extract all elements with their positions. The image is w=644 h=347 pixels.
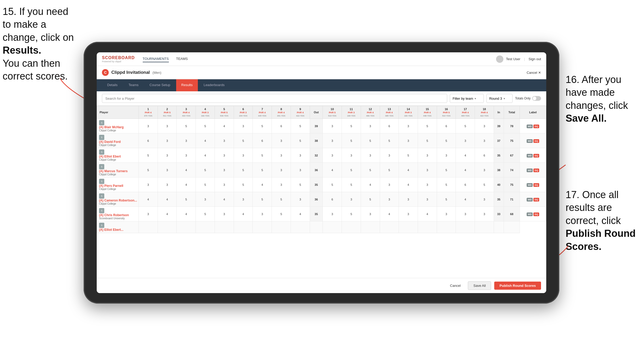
hole-3-score[interactable]: 5: [177, 192, 196, 207]
hole-5-score[interactable]: 3: [215, 207, 234, 221]
hole-1-score[interactable]: 4: [139, 192, 158, 207]
hole-9-score[interactable]: 3: [291, 163, 310, 177]
hole-3-score[interactable]: 3: [177, 148, 196, 163]
hole-12-score[interactable]: 5: [361, 192, 380, 207]
hole-4-score[interactable]: 4: [196, 148, 215, 163]
hole-8-score[interactable]: 3: [272, 163, 291, 177]
dq-label[interactable]: DQ: [533, 212, 539, 216]
hole-3-score[interactable]: 4: [177, 207, 196, 221]
tab-details[interactable]: Details: [102, 79, 123, 91]
hole-17-score[interactable]: 3: [456, 133, 475, 148]
hole-6-score[interactable]: 5: [234, 177, 253, 192]
hole-8-score[interactable]: 3: [272, 133, 291, 148]
hole-6-score[interactable]: 5: [234, 163, 253, 177]
hole-12-score[interactable]: 4: [361, 177, 380, 192]
hole-7-score[interactable]: 5: [253, 148, 272, 163]
hole-13-score[interactable]: 5: [380, 133, 399, 148]
round-dropdown[interactable]: Round 3 ▾: [486, 94, 513, 103]
hole-3-score[interactable]: 5: [177, 119, 196, 133]
hole-13-score[interactable]: 4: [380, 207, 399, 221]
hole-16-score[interactable]: 3: [437, 207, 456, 221]
hole-14-score[interactable]: 3: [399, 192, 418, 207]
hole-7-score[interactable]: 5: [253, 119, 272, 133]
sign-out-link[interactable]: Sign out: [528, 57, 541, 61]
hole-14-score[interactable]: 3: [399, 133, 418, 148]
hole-11-score[interactable]: 5: [342, 207, 361, 221]
dq-label[interactable]: DQ: [533, 139, 539, 143]
hole-8-score[interactable]: 3: [272, 177, 291, 192]
hole-10-score[interactable]: 3: [323, 119, 342, 133]
wd-label[interactable]: WD: [527, 198, 533, 202]
search-input[interactable]: [102, 94, 447, 103]
hole-8-score[interactable]: 5: [272, 207, 291, 221]
hole-11-score[interactable]: 5: [342, 163, 361, 177]
hole-15-score[interactable]: 3: [418, 177, 437, 192]
tab-leaderboards[interactable]: Leaderboards: [198, 79, 230, 91]
hole-1-score[interactable]: 6: [139, 133, 158, 148]
nav-link-tournaments[interactable]: TOURNAMENTS: [143, 56, 169, 62]
hole-6-score[interactable]: 3: [234, 148, 253, 163]
hole-14-score[interactable]: 3: [399, 119, 418, 133]
hole-9-score[interactable]: 3: [291, 192, 310, 207]
hole-6-score[interactable]: 3: [234, 192, 253, 207]
hole-10-score[interactable]: 6: [323, 192, 342, 207]
hole-14-score[interactable]: 4: [399, 163, 418, 177]
hole-16-score[interactable]: 6: [437, 119, 456, 133]
hole-2-score[interactable]: 4: [158, 207, 177, 221]
hole-16-score[interactable]: 5: [437, 163, 456, 177]
hole-5-score[interactable]: 4: [215, 119, 234, 133]
hole-15-score[interactable]: 5: [418, 119, 437, 133]
hole-12-score[interactable]: 5: [361, 163, 380, 177]
hole-18-score[interactable]: 3: [475, 133, 494, 148]
hole-2-score[interactable]: 4: [158, 192, 177, 207]
hole-13-score[interactable]: 3: [380, 148, 399, 163]
wd-label[interactable]: WD: [527, 154, 533, 158]
hole-2-score[interactable]: 3: [158, 119, 177, 133]
hole-8-score[interactable]: 5: [272, 192, 291, 207]
hole-1-score[interactable]: 5: [139, 163, 158, 177]
hole-13-score[interactable]: 6: [380, 119, 399, 133]
wd-label[interactable]: WD: [527, 125, 533, 128]
hole-16-score[interactable]: 3: [437, 148, 456, 163]
hole-11-score[interactable]: 3: [342, 148, 361, 163]
hole-10-score[interactable]: 3: [323, 207, 342, 221]
hole-6-score[interactable]: 3: [234, 119, 253, 133]
hole-4-score[interactable]: 5: [196, 207, 215, 221]
hole-15-score[interactable]: 3: [418, 192, 437, 207]
hole-10-score[interactable]: 5: [323, 177, 342, 192]
hole-13-score[interactable]: 5: [380, 163, 399, 177]
hole-7-score[interactable]: 4: [253, 177, 272, 192]
wd-label[interactable]: WD: [527, 139, 533, 143]
hole-7-score[interactable]: 5: [253, 163, 272, 177]
hole-4-score[interactable]: 4: [196, 133, 215, 148]
hole-9-score[interactable]: 3: [291, 148, 310, 163]
hole-3-score[interactable]: 4: [177, 163, 196, 177]
hole-12-score[interactable]: 3: [361, 148, 380, 163]
hole-18-score[interactable]: 3: [475, 192, 494, 207]
hole-18-score[interactable]: 3: [475, 119, 494, 133]
publish-round-scores-button[interactable]: Publish Round Scores: [494, 282, 541, 290]
hole-11-score[interactable]: 5: [342, 133, 361, 148]
hole-15-score[interactable]: 4: [418, 207, 437, 221]
hole-11-score[interactable]: 3: [342, 192, 361, 207]
wd-label[interactable]: WD: [527, 169, 533, 172]
hole-5-score[interactable]: 3: [215, 148, 234, 163]
hole-7-score[interactable]: 3: [253, 207, 272, 221]
hole-5-score[interactable]: 3: [215, 133, 234, 148]
hole-6-score[interactable]: 5: [234, 133, 253, 148]
hole-2-score[interactable]: 3: [158, 148, 177, 163]
hole-12-score[interactable]: 3: [361, 119, 380, 133]
hole-5-score[interactable]: 3: [215, 177, 234, 192]
hole-11-score[interactable]: 5: [342, 119, 361, 133]
hole-17-score[interactable]: 6: [456, 177, 475, 192]
hole-1-score[interactable]: 3: [139, 177, 158, 192]
hole-13-score[interactable]: 3: [380, 192, 399, 207]
hole-7-score[interactable]: 5: [253, 192, 272, 207]
hole-10-score[interactable]: 3: [323, 148, 342, 163]
hole-1-score[interactable]: 5: [139, 148, 158, 163]
hole-15-score[interactable]: 3: [418, 148, 437, 163]
hole-1-score[interactable]: 3: [139, 207, 158, 221]
hole-4-score[interactable]: 5: [196, 177, 215, 192]
hole-17-score[interactable]: 4: [456, 163, 475, 177]
hole-9-score[interactable]: 4: [291, 207, 310, 221]
